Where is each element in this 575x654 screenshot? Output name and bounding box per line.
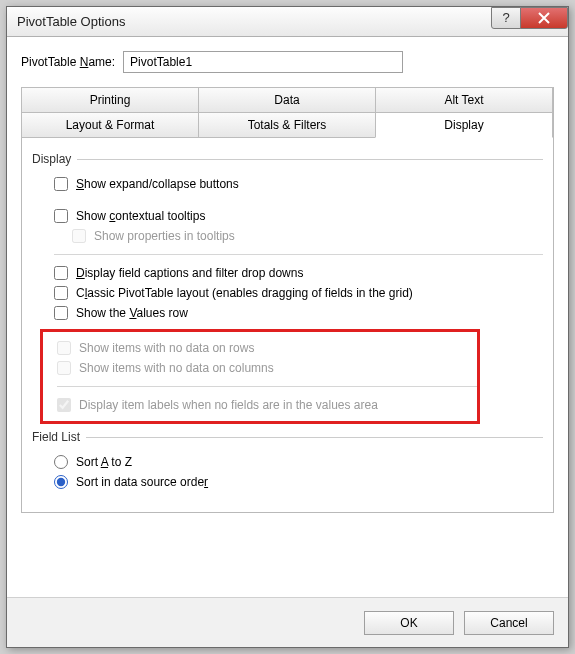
pivottable-options-dialog: PivotTable Options ? PivotTable Name: Pr… <box>6 6 569 648</box>
opt-item-labels: Display item labels when no fields are i… <box>43 395 477 415</box>
radio-input-sort-source[interactable] <box>54 475 68 489</box>
pivottable-name-input[interactable] <box>123 51 403 73</box>
tab-printing[interactable]: Printing <box>21 87 199 113</box>
checkbox-expand-collapse[interactable] <box>54 177 68 191</box>
tab-display[interactable]: Display <box>375 112 553 138</box>
separator <box>54 254 543 255</box>
group-display-label: Display <box>32 152 71 166</box>
tab-layout-format[interactable]: Layout & Format <box>21 112 199 138</box>
checkbox-field-captions[interactable] <box>54 266 68 280</box>
opt-values-row[interactable]: Show the Values row <box>32 303 543 323</box>
opt-expand-collapse[interactable]: Show expand/collapse buttons <box>32 174 543 194</box>
checkbox-item-labels <box>57 398 71 412</box>
highlight-box: Show items with no data on rows Show ite… <box>40 329 480 424</box>
tab-alt-text[interactable]: Alt Text <box>375 87 553 113</box>
close-button[interactable] <box>520 7 568 29</box>
dialog-footer: OK Cancel <box>7 597 568 647</box>
radio-input-sort-az[interactable] <box>54 455 68 469</box>
opt-properties-tooltips: Show properties in tooltips <box>32 226 543 246</box>
pivottable-name-label: PivotTable Name: <box>21 55 115 69</box>
separator <box>57 386 477 387</box>
ok-button[interactable]: OK <box>364 611 454 635</box>
titlebar: PivotTable Options ? <box>7 7 568 37</box>
tab-data[interactable]: Data <box>198 87 376 113</box>
dialog-title: PivotTable Options <box>7 14 492 29</box>
radio-sort-source[interactable]: Sort in data source order <box>32 472 543 492</box>
cancel-button[interactable]: Cancel <box>464 611 554 635</box>
radio-sort-az[interactable]: Sort A to Z <box>32 452 543 472</box>
pivottable-name-row: PivotTable Name: <box>21 51 554 73</box>
window-buttons: ? <box>492 7 568 29</box>
dialog-content: PivotTable Name: Printing Data Alt Text … <box>7 37 568 513</box>
tab-totals-filters[interactable]: Totals & Filters <box>198 112 376 138</box>
checkbox-contextual-tooltips[interactable] <box>54 209 68 223</box>
checkbox-no-data-columns <box>57 361 71 375</box>
checkbox-classic-layout[interactable] <box>54 286 68 300</box>
checkbox-no-data-rows <box>57 341 71 355</box>
opt-classic-layout[interactable]: Classic PivotTable layout (enables dragg… <box>32 283 543 303</box>
checkbox-properties-tooltips <box>72 229 86 243</box>
display-panel: Display Show expand/collapse buttons Sho… <box>22 138 553 512</box>
close-icon <box>538 12 550 24</box>
group-fieldlist-label: Field List <box>32 430 80 444</box>
opt-field-captions[interactable]: Display field captions and filter drop d… <box>32 263 543 283</box>
opt-contextual-tooltips[interactable]: Show contextual tooltips <box>32 206 543 226</box>
opt-no-data-columns: Show items with no data on columns <box>43 358 477 378</box>
help-button[interactable]: ? <box>491 7 521 29</box>
opt-no-data-rows: Show items with no data on rows <box>43 338 477 358</box>
tabs: Printing Data Alt Text Layout & Format T… <box>21 87 554 513</box>
checkbox-values-row[interactable] <box>54 306 68 320</box>
